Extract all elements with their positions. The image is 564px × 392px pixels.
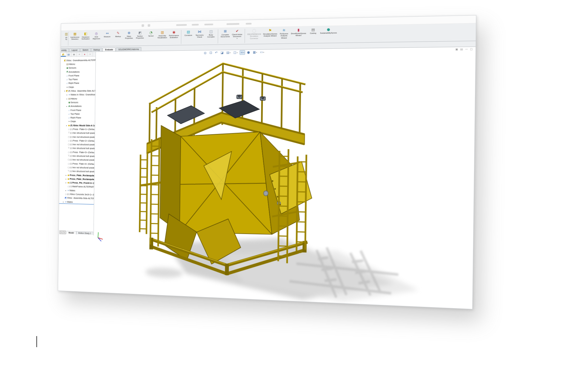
mass-properties-button[interactable]: MassProperties bbox=[123, 30, 135, 46]
tree-item[interactable]: ▸Annotations bbox=[60, 104, 95, 108]
dropdown-arrow-icon[interactable]: ▾ bbox=[243, 50, 244, 54]
doc-maximize-icon[interactable]: ▢ bbox=[470, 47, 473, 51]
edit-appearance-button[interactable]: ● bbox=[246, 50, 251, 55]
doc-pane-icon[interactable]: ▤ bbox=[460, 48, 463, 51]
ribbon-button-label: Alignment bbox=[93, 38, 100, 40]
dropdown-arrow-icon[interactable]: ▾ bbox=[256, 50, 257, 54]
display-style-button[interactable]: ◫▾ bbox=[232, 50, 238, 55]
hide-show-items-button[interactable]: ∞▾ bbox=[239, 50, 245, 55]
tree-item[interactable]: History bbox=[61, 62, 96, 66]
tree-item[interactable]: Right Plane bbox=[60, 81, 95, 85]
apply-scene-button[interactable]: ▦▾ bbox=[252, 50, 258, 55]
tab-solidworks-add-ins[interactable]: SOLIDWORKS Add-Ins bbox=[116, 47, 141, 51]
dropdown-arrow-icon[interactable]: ▾ bbox=[230, 51, 231, 55]
compare-documents-icon bbox=[224, 30, 227, 34]
view-settings-button[interactable]: ▭▾ bbox=[259, 50, 265, 55]
zoom-to-area-button[interactable]: ⊡ bbox=[209, 51, 213, 55]
driveworksxpress-wizard-button[interactable]: DriveWorksXpressWizard bbox=[290, 27, 307, 43]
dimxpertmanager-tab[interactable]: + bbox=[77, 52, 82, 56]
tree-item[interactable]: Front Plane bbox=[60, 108, 95, 112]
body-compare-button[interactable]: BodyCompare bbox=[205, 29, 217, 44]
model-tab-strip: ModelMotion Study 1 bbox=[59, 230, 94, 236]
tree-item-label: Mates in Xbloc_GrandAssembl bbox=[71, 94, 95, 96]
previous-view-button[interactable]: ↶ bbox=[214, 51, 219, 55]
sustainabilityxpress-button[interactable]: SustainabilityXpress bbox=[319, 26, 338, 43]
tree-item[interactable]: Sensors bbox=[61, 66, 96, 70]
dropdown-arrow-icon[interactable]: ▾ bbox=[237, 51, 238, 55]
tree-item-label: Origin bbox=[70, 120, 76, 123]
tree-item[interactable]: (-) hex nut structural gradeab bbox=[60, 142, 95, 147]
performance-evaluation-button[interactable]: PerformanceEvaluation bbox=[168, 29, 180, 45]
ladder-left bbox=[139, 137, 161, 247]
3d-model-canvas[interactable] bbox=[93, 47, 476, 309]
clearance-verification-button[interactable]: ClearanceVerification bbox=[80, 31, 91, 46]
ribbon-button-label: Compare bbox=[207, 36, 214, 38]
tab-sketch[interactable]: Sketch bbox=[80, 48, 91, 52]
check-active-document-button[interactable]: Check ActiveDocument▾ bbox=[231, 28, 243, 44]
tree-item[interactable]: (-) hex structural bolt gradec bbox=[60, 131, 95, 135]
simulationxpress-analysis-wizard-button[interactable]: SimulationXpressAnalysis Wizard bbox=[262, 28, 278, 44]
tree-item[interactable]: Right Plane bbox=[60, 116, 95, 120]
tab-embly[interactable]: embly bbox=[61, 48, 69, 52]
doc-restore-icon[interactable]: ▣ bbox=[455, 48, 458, 51]
tree-item[interactable]: (-) Press_Plate<2> (Default<A bbox=[60, 138, 95, 143]
ribbon-button-label: SustainabilityXpress bbox=[320, 32, 337, 34]
section-view-button[interactable]: ◪ bbox=[220, 50, 224, 55]
floxpress-analysis-wizard-button[interactable]: FloXpressAnalysisWizard bbox=[278, 27, 290, 43]
splitter-hatch[interactable] bbox=[59, 230, 66, 234]
configurationmanager-tab[interactable]: ◈ bbox=[71, 52, 77, 57]
curvature-button[interactable]: Curvature bbox=[183, 29, 194, 45]
tab-evaluate[interactable]: Evaluate bbox=[103, 47, 116, 51]
tree-item[interactable]: ▸Mates in Xbloc_GrandAssembl bbox=[60, 93, 95, 97]
hole-alignment-icon bbox=[95, 32, 98, 36]
orientation-triad bbox=[98, 232, 103, 242]
tabs-overflow[interactable]: › bbox=[87, 52, 93, 56]
hole-alignment-button[interactable]: HoleAlignment bbox=[91, 31, 102, 46]
symmetry-check-button[interactable]: SymmetryCheck bbox=[194, 29, 205, 45]
sensor-button[interactable]: Sensor bbox=[145, 30, 157, 45]
dropdown-arrow-icon[interactable]: ▾ bbox=[237, 38, 237, 39]
clipped-tool-button[interactable]: gndy bbox=[61, 32, 68, 46]
tree-item[interactable]: ▸History bbox=[60, 97, 95, 100]
featuremanager-tab[interactable]: ◩ bbox=[61, 52, 66, 57]
costing-button[interactable]: Costing bbox=[307, 27, 319, 43]
section-properties-button[interactable]: SectionProperties bbox=[135, 30, 146, 45]
tree-item[interactable]: Front Plane bbox=[60, 73, 95, 78]
3dexperience-simulation-connector-button[interactable]: 3DEXPERIENCESimulationConnector bbox=[246, 28, 262, 44]
tree-item-label: Annotations bbox=[70, 105, 82, 107]
plane-icon bbox=[66, 74, 69, 77]
displaymanager-tab[interactable]: ● bbox=[82, 52, 88, 56]
part-yellow-icon bbox=[67, 174, 70, 176]
graphics-viewport[interactable]: ◎⊡↶◪▤▾◫▾∞▾●▦▾▭▾ ▣▤—▢ bbox=[93, 47, 476, 309]
tree-item[interactable]: ▸(f) Xbloc Mould Side-A 1m3-... bbox=[60, 124, 95, 127]
tree-item[interactable]: Origin bbox=[60, 120, 95, 124]
tree-item[interactable]: Top Plane bbox=[60, 112, 95, 116]
propertymanager-tab[interactable]: ▤ bbox=[66, 52, 72, 57]
doc-minimize-icon[interactable]: — bbox=[465, 48, 468, 51]
tree-item[interactable]: Annotations bbox=[61, 70, 96, 74]
compare-documents-button[interactable]: CompareDocuments bbox=[219, 28, 231, 44]
tree-item-label: Press_Plate_Rectangular<1> ( bbox=[70, 174, 94, 176]
tree-item[interactable]: Top Plane bbox=[60, 77, 95, 81]
tab-markup[interactable]: Markup bbox=[91, 48, 102, 52]
tree-item[interactable]: (-) Press_Plate<1> (Default<A bbox=[60, 127, 95, 131]
interference-detection-button[interactable]: InterferenceDetection bbox=[70, 31, 80, 46]
tree-item[interactable]: ▾(f) Xbloc_Assembly-Side-ALTERNA bbox=[60, 89, 95, 93]
assembly-visualization-button[interactable]: AssemblyVisualization bbox=[156, 30, 168, 45]
tree-item[interactable]: Origin bbox=[60, 85, 95, 89]
dropdown-arrow-icon[interactable]: ▾ bbox=[263, 50, 264, 54]
tab-motion-study-1[interactable]: Motion Study 1 bbox=[76, 231, 93, 235]
tree-item-label: Annotations bbox=[69, 71, 80, 73]
markup-button[interactable]: Markup bbox=[112, 30, 123, 46]
zoom-to-fit-button[interactable]: ◎ bbox=[203, 51, 208, 55]
symmetry-check-icon bbox=[198, 30, 201, 34]
tree-item[interactable]: (-) hex nut structural gradeab bbox=[60, 135, 95, 139]
measure-button[interactable]: Measure bbox=[102, 31, 113, 46]
tab-model[interactable]: Model bbox=[66, 231, 76, 234]
tree-item[interactable]: ▸Mates bbox=[59, 200, 94, 204]
edit-appearance-icon: ● bbox=[247, 50, 250, 54]
tree-item[interactable]: Sensors bbox=[60, 100, 95, 104]
view-orientation-button[interactable]: ▤▾ bbox=[225, 50, 232, 55]
tree-item-label: Top Plane bbox=[69, 78, 78, 81]
tab-layout[interactable]: Layout bbox=[69, 48, 80, 52]
